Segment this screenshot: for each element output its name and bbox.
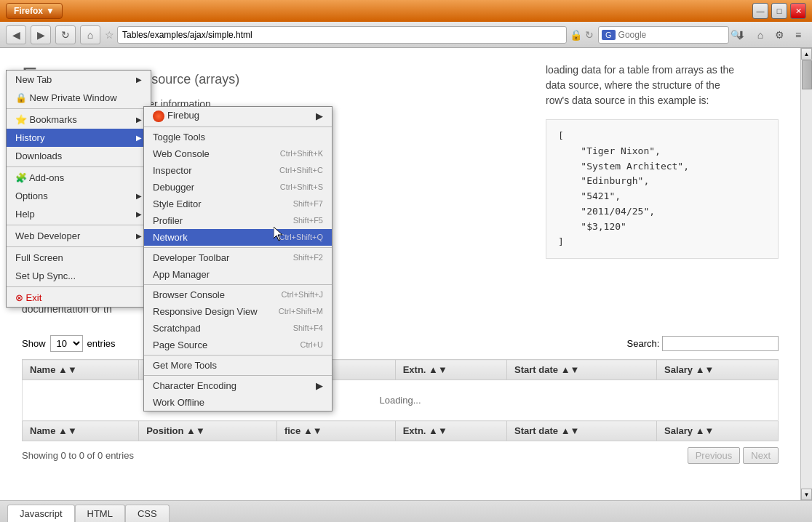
menu-item-exit[interactable]: ⊗ Exit	[7, 289, 151, 307]
menu-item-setupsync[interactable]: Set Up Sync...	[7, 267, 151, 285]
google-icon: G	[602, 30, 616, 40]
tab-css[interactable]: CSS	[125, 505, 170, 522]
wd-divider-1	[144, 127, 332, 127]
forward-button[interactable]: ▶	[31, 25, 51, 44]
wd-item-character-encoding[interactable]: Character Encoding ▶	[144, 377, 332, 394]
toolbar-icons: ⬇ ⌂ ⚙ ≡	[733, 27, 806, 43]
table-header-row: Name ▲▼ Position ▲▼ Office ▲▼ Extn. ▲▼ S…	[23, 360, 779, 380]
wd-divider-5	[144, 375, 332, 376]
loading-text: Loading...	[23, 380, 779, 421]
tab-html[interactable]: HTML	[75, 505, 125, 522]
wd-item-app-manager[interactable]: App Manager	[144, 266, 332, 283]
menu-item-addons[interactable]: 🧩 Add-ons	[7, 169, 151, 187]
submenu-arrow-encoding: ▶	[316, 380, 323, 391]
scroll-up-button[interactable]: ▲	[801, 48, 812, 60]
wd-item-scratchpad[interactable]: Scratchpad Shift+F4	[144, 320, 332, 337]
window-controls: — □ ✕	[752, 3, 806, 19]
submenu-arrow-firebug: ▶	[316, 111, 323, 121]
minimize-icon: —	[757, 7, 765, 15]
firefox-menu-button[interactable]: Firefox ▼	[6, 3, 63, 19]
footer-col-name[interactable]: Name ▲▼	[23, 421, 139, 441]
address-bar[interactable]	[117, 26, 567, 44]
close-button[interactable]: ✕	[790, 3, 806, 19]
menu-item-history[interactable]: History ▶	[7, 129, 151, 147]
menu-item-bookmarks[interactable]: ⭐ Bookmarks ▶	[7, 111, 151, 129]
wd-item-get-more-tools[interactable]: Get More Tools	[144, 357, 332, 374]
pagination: Previous Next	[688, 447, 779, 464]
wd-item-toggle-tools[interactable]: Toggle Tools	[144, 129, 332, 145]
table-footer-row: Name ▲▼ Position ▲▼ fice ▲▼ Extn. ▲▼ Sta…	[23, 421, 779, 441]
wd-item-firebug[interactable]: Firebug ▶	[144, 107, 332, 125]
menu-item-webdev[interactable]: Web Developer ▶	[7, 227, 151, 245]
scrollbar[interactable]: ▲ ▼	[800, 48, 812, 500]
bookmark-icon[interactable]: ⌂	[752, 27, 768, 43]
menu-divider-3	[7, 225, 151, 225]
browser-window: Firefox ▼ — □ ✕ ◀ ▶ ↻ ⌂	[0, 0, 812, 522]
scroll-down-button[interactable]: ▼	[801, 489, 812, 500]
col-salary[interactable]: Salary ▲▼	[657, 360, 779, 380]
col-extn[interactable]: Extn. ▲▼	[395, 360, 506, 380]
submenu-arrow-bookmarks: ▶	[136, 116, 142, 124]
wd-item-style-editor[interactable]: Style Editor Shift+F7	[144, 196, 332, 212]
table-row: Loading...	[23, 380, 779, 421]
data-table: Name ▲▼ Position ▲▼ Office ▲▼ Extn. ▲▼ S…	[22, 359, 779, 441]
showing-text: Showing 0 to 0 of 0 entries	[22, 450, 134, 461]
col-start-date[interactable]: Start date ▲▼	[507, 360, 657, 380]
submenu-arrow-new-tab: ▶	[136, 76, 142, 84]
wd-divider-2	[144, 247, 332, 248]
bottom-tabs: Javascript HTML CSS	[0, 500, 812, 522]
wd-item-responsive-design[interactable]: Responsive Design View Ctrl+Shift+M	[144, 303, 332, 320]
wd-divider-3	[144, 284, 332, 285]
menu-item-help[interactable]: Help ▶	[7, 205, 151, 223]
minimize-button[interactable]: —	[752, 3, 768, 19]
footer-col-position[interactable]: Position ▲▼	[139, 421, 277, 441]
table-footer: Showing 0 to 0 of 0 entries Previous Nex…	[22, 447, 779, 464]
more-icon[interactable]: ≡	[790, 27, 806, 43]
wd-item-page-source[interactable]: Page Source Ctrl+U	[144, 337, 332, 353]
col-right: loading data for a table from arrays as …	[546, 63, 779, 328]
table-search-input[interactable]	[662, 336, 779, 351]
back-button[interactable]: ◀	[6, 25, 26, 44]
wd-item-inspector[interactable]: Inspector Ctrl+Shift+C	[144, 162, 332, 179]
prev-button[interactable]: Previous	[688, 447, 741, 464]
next-button[interactable]: Next	[743, 447, 779, 464]
forward-icon: ▶	[37, 29, 45, 41]
settings-icon[interactable]: ⚙	[771, 27, 787, 43]
close-icon: ✕	[795, 7, 802, 16]
wd-item-web-console[interactable]: Web Console Ctrl+Shift+K	[144, 145, 332, 162]
wd-item-network[interactable]: Network Ctrl+Shift+Q	[144, 229, 332, 246]
refresh-icon: ↻	[585, 29, 594, 41]
wd-item-work-offline[interactable]: Work Offline	[144, 394, 332, 411]
footer-col-salary[interactable]: Salary ▲▼	[657, 421, 779, 441]
reload-icon: ↻	[61, 29, 70, 41]
wd-item-browser-console[interactable]: Browser Console Ctrl+Shift+J	[144, 286, 332, 303]
menu-item-fullscreen[interactable]: Full Screen	[7, 249, 151, 267]
footer-col-start-date[interactable]: Start date ▲▼	[507, 421, 657, 441]
browser-content: Example - Ajax data source (arrays) from…	[0, 48, 812, 500]
col-name[interactable]: Name ▲▼	[23, 360, 139, 380]
home-button[interactable]: ⌂	[80, 25, 100, 44]
tab-javascript[interactable]: Javascript	[7, 505, 75, 522]
wd-item-developer-toolbar[interactable]: Developer Toolbar Shift+F2	[144, 249, 332, 266]
entries-select[interactable]: 10 25 50	[50, 335, 83, 352]
firefox-label: Firefox	[14, 6, 43, 16]
wd-item-debugger[interactable]: Debugger Ctrl+Shift+S	[144, 179, 332, 196]
search-input[interactable]	[618, 30, 728, 40]
wd-item-profiler[interactable]: Profiler Shift+F5	[144, 212, 332, 229]
submenu-arrow-help: ▶	[136, 210, 142, 218]
footer-col-extn[interactable]: Extn. ▲▼	[395, 421, 506, 441]
footer-col-office[interactable]: fice ▲▼	[276, 421, 395, 441]
submenu-arrow-webdev: ▶	[136, 232, 142, 240]
reload-button[interactable]: ↻	[55, 25, 76, 44]
menu-item-new-private[interactable]: 🔒 New Private Window	[7, 89, 151, 107]
title-bar-left: Firefox ▼	[6, 3, 63, 19]
menu-item-downloads[interactable]: Downloads	[7, 147, 151, 165]
shield-icon: 🔒	[570, 29, 582, 41]
scroll-thumb[interactable]	[802, 60, 812, 89]
title-bar: Firefox ▼ — □ ✕	[0, 0, 812, 22]
menu-item-new-tab[interactable]: New Tab ▶	[7, 71, 151, 89]
maximize-button[interactable]: □	[771, 3, 787, 19]
scroll-track[interactable]	[801, 60, 812, 489]
download-icon[interactable]: ⬇	[733, 27, 749, 43]
menu-item-options[interactable]: Options ▶	[7, 187, 151, 205]
